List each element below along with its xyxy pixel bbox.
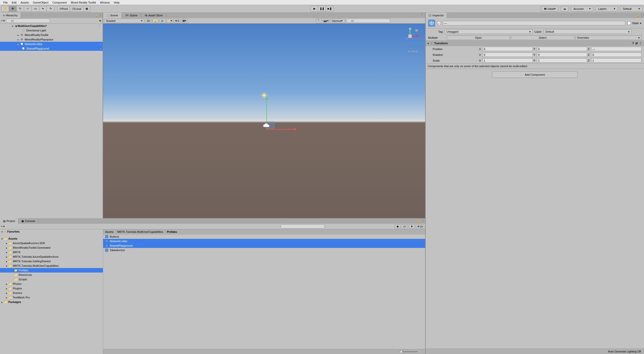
fx-toggle[interactable]: ✨▾: [167, 19, 173, 23]
kebab-icon[interactable]: ⋮: [421, 13, 424, 18]
breadcrumb-item[interactable]: MRTK.Tutorials.MultiUserCapabilities: [117, 230, 163, 233]
gizmos-dropdown[interactable]: Gizmos ▾: [330, 19, 345, 23]
hierarchy-item-selected[interactable]: ⬢NetworkLobby›: [0, 42, 103, 46]
folder-item[interactable]: Scripts: [0, 277, 103, 282]
scl-y-field[interactable]: [537, 58, 587, 63]
select-button[interactable]: Select: [511, 35, 574, 40]
hand-tool[interactable]: ✋: [2, 6, 9, 12]
hierarchy-tab[interactable]: ≡ Hierarchy: [0, 13, 21, 18]
add-component-button[interactable]: Add Component: [492, 71, 578, 78]
chevron-right-icon[interactable]: ›: [100, 47, 103, 50]
layer-dropdown[interactable]: Default▾: [544, 29, 631, 34]
pos-x-field[interactable]: [482, 47, 533, 51]
menu-edit[interactable]: Edit: [10, 1, 19, 5]
prefab-item-selected[interactable]: NetworkLobby: [103, 239, 425, 243]
active-checkbox[interactable]: ✓: [437, 21, 441, 25]
prefab-item[interactable]: TableAnchor: [103, 248, 425, 252]
lock-icon[interactable]: 🔒: [417, 219, 421, 223]
pivot-button[interactable]: ⊙ Pivot: [57, 6, 70, 12]
hierarchy-item[interactable]: ⬢MixedRealityToolkit: [0, 33, 103, 37]
scl-x-field[interactable]: [482, 58, 533, 63]
hierarchy-search[interactable]: [6, 19, 50, 23]
snap-button[interactable]: ▦: [84, 6, 90, 12]
folder-item[interactable]: Photon: [0, 282, 103, 286]
prefab-item-selected[interactable]: SharedPlayground: [103, 243, 425, 248]
kebab-icon[interactable]: ⋮: [639, 42, 642, 45]
pos-y-field[interactable]: [537, 47, 587, 51]
scene-search[interactable]: [346, 19, 390, 23]
folder-item[interactable]: Resources: [0, 273, 103, 277]
preset-icon[interactable]: ⇄: [635, 42, 638, 45]
pause-button[interactable]: ❚❚: [318, 6, 326, 12]
audio-toggle[interactable]: 🔊: [159, 19, 166, 23]
game-tab[interactable]: 🎮 Game: [122, 13, 141, 18]
object-name-field[interactable]: [443, 21, 625, 25]
scl-z-field[interactable]: [591, 58, 641, 63]
play-button[interactable]: ▶: [311, 6, 318, 12]
folder-item[interactable]: MixedRealityToolkit.Generated: [0, 245, 103, 250]
folder-item-selected[interactable]: Prefabs: [0, 268, 103, 273]
menu-component[interactable]: Component: [50, 1, 69, 5]
menu-gameobject[interactable]: GameObject: [31, 1, 51, 5]
scene-visibility-icon[interactable]: 👁: [99, 19, 102, 22]
tools-button[interactable]: 🔧: [316, 19, 322, 23]
menu-help[interactable]: Help: [112, 1, 122, 5]
rot-x-field[interactable]: [482, 53, 533, 57]
help-icon[interactable]: ?: [632, 42, 634, 45]
folder-item[interactable]: MRTK.Tutorials.GettingStarted: [0, 259, 103, 263]
folder-item[interactable]: TextMesh Pro: [0, 295, 103, 300]
lock-icon[interactable]: 🔒: [95, 14, 98, 17]
favorites-root[interactable]: Favorites: [0, 229, 103, 234]
assets-root[interactable]: Assets: [0, 236, 103, 241]
favorite-icon[interactable]: ★: [409, 224, 415, 229]
hierarchy-item[interactable]: ⬡Directional Light: [0, 28, 103, 33]
breadcrumb-item[interactable]: Assets: [105, 230, 113, 233]
menu-window[interactable]: Window: [98, 1, 112, 5]
assetstore-tab[interactable]: 🛍 Asset Store: [141, 13, 167, 18]
scene-root[interactable]: ◈MultiUserCapabilities*⋮: [0, 24, 103, 28]
create-button[interactable]: + ▾: [1, 19, 5, 22]
create-button[interactable]: + ▾: [1, 225, 5, 228]
breadcrumb-item[interactable]: Prefabs: [167, 230, 177, 233]
layout-dropdown[interactable]: Default▾: [620, 6, 643, 12]
filter-by-label-icon[interactable]: 🏷: [402, 224, 408, 229]
kebab-icon[interactable]: ⋮: [98, 24, 103, 28]
back-button[interactable]: ≪ Back: [408, 50, 418, 53]
overrides-dropdown[interactable]: Overrides▾: [575, 35, 641, 40]
hidden-count[interactable]: 👁 16: [416, 224, 424, 229]
tag-dropdown[interactable]: Untagged▾: [445, 29, 533, 34]
menu-file[interactable]: File: [1, 1, 10, 5]
filter-by-type-icon[interactable]: ◉: [395, 224, 401, 229]
project-search[interactable]: [280, 224, 325, 229]
folder-item[interactable]: Plugins: [0, 286, 103, 291]
camera-button[interactable]: 📷▾: [323, 19, 329, 23]
open-button[interactable]: Open: [447, 35, 510, 40]
scene-tab[interactable]: ⬚ Scene: [103, 13, 122, 18]
kebab-icon[interactable]: ⋮: [99, 14, 102, 17]
grid-toggle[interactable]: ▦▾: [181, 19, 187, 23]
project-tab[interactable]: ▤ Project: [0, 218, 18, 224]
transform-header[interactable]: ⤧ Transform ?⇄⋮: [426, 40, 644, 46]
move-tool[interactable]: ✥: [9, 6, 17, 12]
transform-tool[interactable]: ✦: [39, 6, 47, 12]
rect-tool[interactable]: ▭: [32, 6, 39, 12]
thumbnail-slider[interactable]: [400, 351, 418, 352]
menu-mrtk[interactable]: Mixed Reality Toolkit: [69, 1, 98, 5]
rot-z-field[interactable]: [591, 53, 641, 57]
object-icon[interactable]: [428, 20, 435, 27]
prefab-item[interactable]: Buttons: [103, 234, 425, 239]
kebab-icon[interactable]: ⋮: [421, 219, 424, 223]
custom-tool[interactable]: ✎: [47, 6, 54, 12]
inspector-tab[interactable]: ⓘ Inspector: [426, 13, 447, 18]
account-dropdown[interactable]: Account▾: [571, 6, 593, 12]
folder-item[interactable]: Scenes: [0, 291, 103, 295]
folder-item[interactable]: MRTK: [0, 250, 103, 254]
pos-z-field[interactable]: [591, 47, 641, 51]
scale-tool[interactable]: ⤢: [24, 6, 32, 12]
local-button[interactable]: ◳ Local: [70, 6, 83, 12]
console-tab[interactable]: ▣ Console: [18, 218, 38, 224]
hierarchy-item-selected[interactable]: ⬢SharedPlayground›: [0, 46, 103, 51]
chevron-right-icon[interactable]: ›: [100, 42, 103, 46]
cloud-button[interactable]: ☁: [560, 6, 569, 12]
rot-y-field[interactable]: [537, 53, 587, 57]
